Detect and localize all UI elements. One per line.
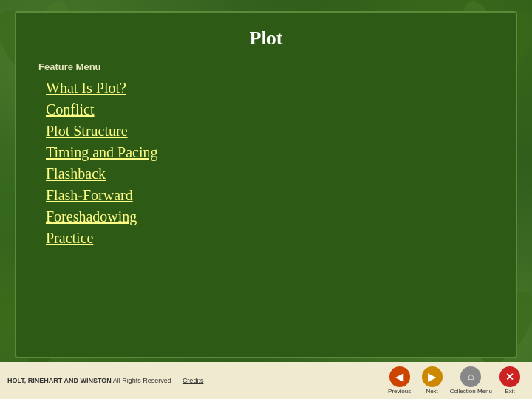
previous-button[interactable]: ◀ Previous xyxy=(385,366,415,395)
exit-button[interactable]: ✕ Exit xyxy=(495,366,525,395)
menu-list: What Is Plot? Conflict Plot Structure Ti… xyxy=(38,80,494,247)
menu-link-what-is-plot[interactable]: What Is Plot? xyxy=(46,80,126,96)
publisher-name: HOLT, RINEHART AND WINSTON xyxy=(7,377,112,384)
list-item: Practice xyxy=(46,230,494,247)
collection-menu-button[interactable]: ⌂ Collection Menu xyxy=(450,366,492,395)
list-item: What Is Plot? xyxy=(46,80,494,97)
previous-icon: ◀ xyxy=(389,366,410,387)
menu-link-flashback[interactable]: Flashback xyxy=(46,166,106,182)
next-label: Next xyxy=(426,388,437,395)
home-icon: ⌂ xyxy=(460,366,481,387)
feature-menu-label: Feature Menu xyxy=(38,61,494,72)
content-card: Plot Feature Menu What Is Plot? Conflict… xyxy=(15,11,517,358)
exit-label: Exit xyxy=(505,388,514,395)
page-title: Plot xyxy=(38,27,494,50)
list-item: Flash-Forward xyxy=(46,187,494,204)
menu-link-timing-and-pacing[interactable]: Timing and Pacing xyxy=(46,144,158,160)
bottom-left: HOLT, RINEHART AND WINSTON All Rights Re… xyxy=(7,377,203,384)
menu-link-practice[interactable]: Practice xyxy=(46,230,93,246)
nav-buttons: ◀ Previous ▶ Next ⌂ Collection Menu ✕ Ex… xyxy=(385,366,525,395)
menu-link-foreshadowing[interactable]: Foreshadowing xyxy=(46,208,137,225)
list-item: Flashback xyxy=(46,166,494,183)
publisher-text: HOLT, RINEHART AND WINSTON All Rights Re… xyxy=(7,377,171,384)
collection-menu-label: Collection Menu xyxy=(450,388,492,395)
bottom-bar: HOLT, RINEHART AND WINSTON All Rights Re… xyxy=(0,362,532,399)
credits-link[interactable]: Credits xyxy=(183,377,204,384)
menu-link-conflict[interactable]: Conflict xyxy=(46,101,95,117)
list-item: Timing and Pacing xyxy=(46,144,494,161)
next-icon: ▶ xyxy=(422,366,443,387)
list-item: Conflict xyxy=(46,101,494,118)
menu-link-plot-structure[interactable]: Plot Structure xyxy=(46,123,128,139)
rights-text: All Rights Reserved xyxy=(113,377,171,384)
next-button[interactable]: ▶ Next xyxy=(417,366,447,395)
exit-icon: ✕ xyxy=(499,366,520,387)
list-item: Plot Structure xyxy=(46,123,494,140)
list-item: Foreshadowing xyxy=(46,208,494,225)
previous-label: Previous xyxy=(388,388,411,395)
menu-link-flash-forward[interactable]: Flash-Forward xyxy=(46,187,133,203)
